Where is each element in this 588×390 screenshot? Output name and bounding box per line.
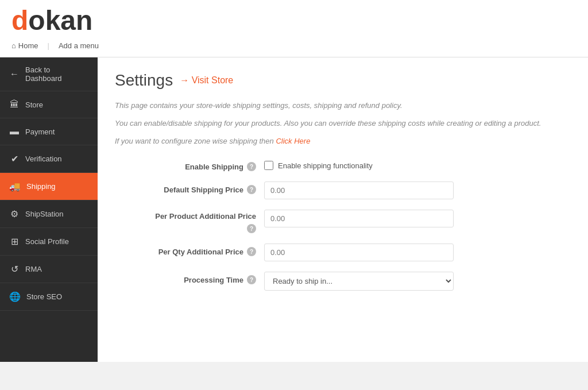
logo-letter-d: d (11, 7, 28, 34)
page-title: Settings (115, 71, 173, 90)
form-row-default-shipping-price: Default Shipping Price ? (115, 182, 571, 199)
sidebar-label-shipstation: ShipStation (25, 210, 64, 218)
processing-time-select[interactable]: Ready to ship in... 1-2 business days 3-… (264, 272, 454, 291)
sidebar-label-store-seo: Store SEO (26, 292, 62, 301)
default-shipping-price-control (264, 182, 571, 199)
per-product-control (264, 210, 571, 227)
sidebar-label-shipping: Shipping (26, 182, 56, 191)
sidebar-item-social-profile[interactable]: ⊞ Social Profile (0, 228, 98, 256)
description-2: You can enable/disable shipping for your… (115, 118, 571, 130)
home-icon: ⌂ (11, 41, 16, 50)
nav-add-menu-label: Add a menu (59, 41, 99, 50)
sidebar-item-shipstation[interactable]: ⚙ ShipStation (0, 200, 98, 228)
enable-shipping-checkbox-row: Enable shipping functionality (264, 159, 571, 170)
per-product-label: Per Product Additional Price ? (115, 210, 264, 233)
shipping-form: Enable Shipping ? Enable shipping functi… (115, 159, 571, 291)
nav-bar: ⌂ Home | Add a menu (11, 39, 577, 52)
nav-divider: | (48, 41, 49, 50)
nav-home-label: Home (18, 41, 38, 50)
payment-icon: ▬ (9, 126, 20, 137)
sidebar-item-verification[interactable]: ✔ Verification (0, 145, 98, 173)
processing-time-label: Processing Time ? (115, 272, 264, 284)
sidebar-item-store[interactable]: 🏛 Store (0, 91, 98, 118)
layout: ← Back to Dashboard 🏛 Store ▬ Payment ✔ … (0, 57, 588, 362)
visit-store-link[interactable]: → Visit Store (180, 75, 233, 86)
shipstation-icon: ⚙ (9, 208, 20, 219)
enable-shipping-checkbox[interactable] (264, 161, 273, 170)
nav-home-link[interactable]: ⌂ Home (11, 41, 38, 50)
sidebar-item-shipping[interactable]: 🚚 Shipping (0, 173, 98, 200)
per-qty-label: Per Qty Additional Price ? (115, 244, 264, 256)
shipping-icon: 🚚 (9, 181, 21, 192)
enable-shipping-control: Enable shipping functionality (264, 159, 571, 170)
default-shipping-price-label: Default Shipping Price ? (115, 182, 264, 194)
per-qty-input[interactable] (264, 244, 454, 261)
sidebar-label-social-profile: Social Profile (25, 237, 69, 246)
enable-shipping-checkbox-label[interactable]: Enable shipping functionality (278, 161, 373, 170)
sidebar-item-payment[interactable]: ▬ Payment (0, 118, 98, 145)
logo: d okan (11, 7, 577, 34)
default-shipping-price-help-icon[interactable]: ? (247, 185, 256, 194)
form-row-processing-time: Processing Time ? Ready to ship in... 1-… (115, 272, 571, 291)
sidebar-label-payment: Payment (25, 128, 55, 136)
nav-add-menu-link[interactable]: Add a menu (59, 41, 99, 50)
social-profile-icon: ⊞ (9, 236, 20, 247)
main-content: Settings → Visit Store This page contain… (98, 57, 588, 362)
processing-time-control: Ready to ship in... 1-2 business days 3-… (264, 272, 571, 291)
per-product-help-icon[interactable]: ? (247, 224, 256, 233)
description-3: If you want to configure zone wise shipp… (115, 136, 571, 148)
logo-text-okan: okan (28, 7, 92, 34)
enable-shipping-help-icon[interactable]: ? (247, 162, 256, 171)
form-row-per-product: Per Product Additional Price ? (115, 210, 571, 233)
store-icon: 🏛 (9, 99, 20, 110)
back-icon: ← (9, 69, 20, 79)
sidebar-label-back-to-dashboard: Back to Dashboard (25, 65, 88, 83)
sidebar-label-rma: RMA (25, 265, 42, 273)
description-1: This page contains your store-wide shipp… (115, 100, 571, 112)
per-qty-help-icon[interactable]: ? (247, 247, 256, 256)
per-product-input[interactable] (264, 210, 454, 227)
sidebar-label-store: Store (25, 101, 43, 109)
per-qty-control (264, 244, 571, 261)
page-title-row: Settings → Visit Store (115, 71, 571, 90)
sidebar: ← Back to Dashboard 🏛 Store ▬ Payment ✔ … (0, 57, 98, 362)
sidebar-item-back-to-dashboard[interactable]: ← Back to Dashboard (0, 57, 98, 91)
processing-time-help-icon[interactable]: ? (247, 275, 256, 284)
enable-shipping-label: Enable Shipping ? (115, 159, 264, 171)
verification-icon: ✔ (9, 153, 20, 164)
default-shipping-price-input[interactable] (264, 182, 454, 199)
form-row-enable-shipping: Enable Shipping ? Enable shipping functi… (115, 159, 571, 171)
arrow-text: → (180, 75, 189, 85)
header: d okan ⌂ Home | Add a menu (0, 0, 588, 57)
sidebar-item-store-seo[interactable]: 🌐 Store SEO (0, 283, 98, 311)
sidebar-label-verification: Verification (25, 155, 62, 163)
rma-icon: ↺ (9, 264, 20, 275)
description-3-prefix: If you want to configure zone wise shipp… (115, 137, 276, 145)
visit-store-label: Visit Store (192, 75, 234, 85)
sidebar-item-rma[interactable]: ↺ RMA (0, 256, 98, 283)
click-here-link[interactable]: Click Here (276, 137, 310, 145)
form-row-per-qty: Per Qty Additional Price ? (115, 244, 571, 261)
store-seo-icon: 🌐 (9, 291, 21, 302)
